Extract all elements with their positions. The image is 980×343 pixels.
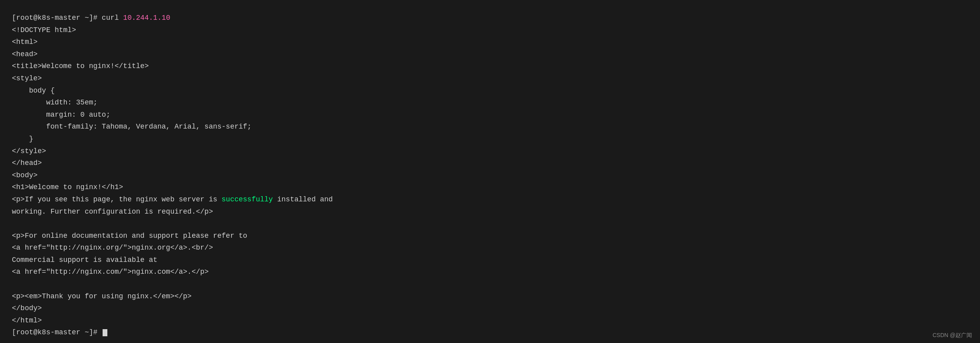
terminal-output-line: <style> — [12, 72, 968, 85]
terminal-output-line: } — [12, 133, 968, 145]
text-before-success: <p>If you see this page, the nginx web s… — [12, 195, 221, 203]
terminal-output-line: <head> — [12, 48, 968, 61]
terminal-success-line: <p>If you see this page, the nginx web s… — [12, 193, 968, 206]
empty-line — [12, 218, 968, 230]
terminal-output-line: <p><em>Thank you for using nginx.</em></… — [12, 290, 968, 303]
terminal-output-line: margin: 0 auto; — [12, 109, 968, 121]
terminal-output-line: working. Further configuration is requir… — [12, 206, 968, 218]
terminal-output-line: <title>Welcome to nginx!</title> — [12, 60, 968, 72]
terminal-output-line: </html> — [12, 315, 968, 327]
terminal-output-line: font-family: Tahoma, Verdana, Arial, san… — [12, 121, 968, 133]
cursor — [103, 329, 107, 336]
terminal: [root@k8s-master ~]# curl 10.244.1.10<!D… — [12, 8, 968, 343]
terminal-output-line: <body> — [12, 169, 968, 182]
text-after-success: installed and — [273, 195, 333, 203]
prompt: [root@k8s-master ~]# — [12, 328, 102, 336]
terminal-output-line: </body> — [12, 302, 968, 315]
terminal-output-line: </style> — [12, 145, 968, 157]
ip-address: 10.244.1.10 — [123, 14, 170, 22]
terminal-output-line: Commercial support is available at — [12, 254, 968, 266]
prompt: [root@k8s-master ~]# — [12, 14, 102, 22]
terminal-output-line: <a href="http://nginx.com/">nginx.com</a… — [12, 266, 968, 278]
terminal-output-line: <a href="http://nginx.org/">nginx.org</a… — [12, 242, 968, 254]
command-text: curl — [102, 14, 123, 22]
terminal-output-line: body { — [12, 85, 968, 97]
success-word: successfully — [221, 195, 273, 203]
terminal-output-line: </head> — [12, 157, 968, 169]
terminal-output-line: width: 35em; — [12, 97, 968, 109]
terminal-output-line: <p>For online documentation and support … — [12, 230, 968, 242]
empty-line — [12, 278, 968, 290]
terminal-output-line: <!DOCTYPE html> — [12, 24, 968, 36]
terminal-output-line: <html> — [12, 36, 968, 48]
terminal-output-line: <h1>Welcome to nginx!</h1> — [12, 181, 968, 193]
terminal-prompt-line: [root@k8s-master ~]# — [12, 326, 968, 339]
terminal-command-line: [root@k8s-master ~]# curl 10.244.1.10 — [12, 12, 968, 24]
watermark: CSDN @赵广闻 — [932, 332, 972, 339]
